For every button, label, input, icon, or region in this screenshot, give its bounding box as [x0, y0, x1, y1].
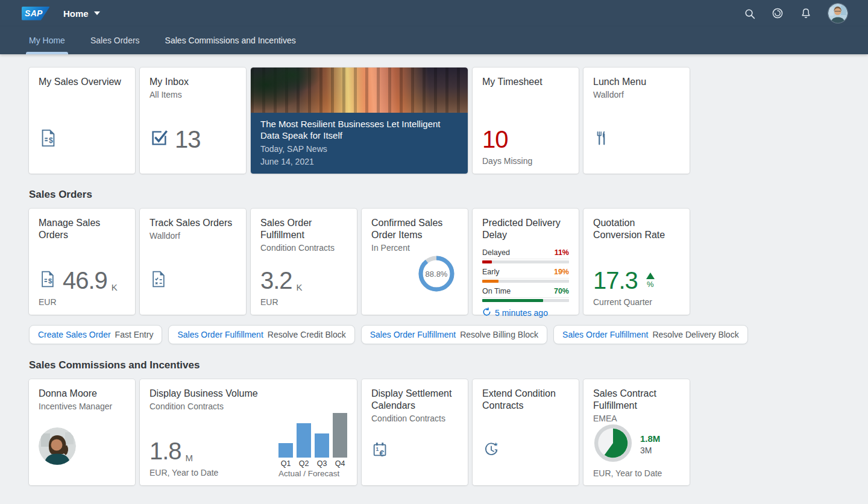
- search-icon[interactable]: [743, 7, 755, 19]
- tile-title: Track Sales Orders: [149, 217, 236, 229]
- svg-text:1: 1: [376, 446, 379, 452]
- inbox-check-icon: [149, 128, 169, 150]
- tile-news[interactable]: The Most Resilient Businesses Let Intell…: [251, 68, 468, 174]
- tile-lunch-menu[interactable]: Lunch Menu Walldorf: [583, 68, 690, 174]
- news-headline: The Most Resilient Businesses Let Intell…: [260, 118, 458, 142]
- kpi-unit: M: [186, 453, 193, 463]
- tab-my-home[interactable]: My Home: [29, 27, 65, 54]
- tile-title: Predicted Delivery Delay: [482, 217, 569, 241]
- tile-subtitle: Condition Contracts: [260, 243, 347, 253]
- kpi-unit: %: [647, 280, 654, 289]
- checklist-document-icon: [149, 270, 168, 291]
- tile-subtitle: Walldorf: [149, 231, 236, 241]
- tile-title: My Inbox: [149, 76, 236, 88]
- link-resolve-credit-block[interactable]: Sales Order Fulfillment Resolve Credit B…: [168, 325, 354, 344]
- svg-text:$: $: [49, 136, 53, 145]
- tile-donna-moore[interactable]: Donna Moore Incentives Manager: [29, 379, 135, 485]
- shell-title[interactable]: Home: [63, 8, 89, 19]
- tile-predicted-delivery-delay[interactable]: Predicted Delivery Delay Delayed 11% Ear…: [473, 209, 579, 315]
- bar-chart-caption: Actual / Forecast: [278, 469, 347, 478]
- tile-subtitle: EMEA: [593, 414, 680, 423]
- tile-title: My Timesheet: [482, 76, 569, 88]
- contact-avatar: [39, 427, 76, 465]
- tile-title: Sales Contract Fulfillment: [593, 388, 680, 412]
- trend-up-icon: [646, 272, 655, 279]
- sales-document-icon: $: [39, 270, 57, 291]
- contact-role: Incentives Manager: [39, 402, 125, 411]
- delivery-delay-bars: Delayed 11% Early 19% On Time 70%: [482, 244, 569, 302]
- home-tile-row: My Sales Overview $ My Inbox All Items 1…: [29, 68, 839, 174]
- kpi-unit: K: [297, 282, 303, 292]
- tile-confirmed-sales-order-items[interactable]: Confirmed Sales Order Items In Percent 8…: [362, 209, 468, 315]
- contract-actual-value: 1.8M: [640, 433, 660, 444]
- tab-sales-orders[interactable]: Sales Orders: [90, 27, 140, 54]
- quotation-rate-value: 17.3: [593, 268, 638, 292]
- bar-q3: [315, 433, 329, 458]
- section-header-sales-commissions: Sales Commissions and Incentives: [29, 359, 839, 371]
- tile-my-sales-overview[interactable]: My Sales Overview $: [29, 68, 135, 174]
- tile-footer: Current Quarter: [593, 297, 680, 307]
- tile-manage-sales-orders[interactable]: Manage Sales Orders $ 46.9 K EUR: [29, 209, 135, 315]
- news-text-panel: The Most Resilient Businesses Let Intell…: [251, 113, 468, 174]
- shell-bar: SAP Home: [0, 0, 868, 27]
- svg-text:$: $: [48, 277, 52, 285]
- news-date: June 14, 2021: [260, 156, 458, 168]
- tab-sales-commissions-and-incentives[interactable]: Sales Commissions and Incentives: [165, 27, 296, 54]
- tile-extend-condition-contracts[interactable]: Extend Condition Contracts ★: [473, 379, 579, 485]
- donut-percent-label: 88.8%: [426, 269, 448, 279]
- tile-title: Display Settlement Calendars: [371, 388, 458, 412]
- news-source: Today, SAP News: [260, 143, 458, 155]
- tile-subtitle: In Percent: [371, 243, 458, 253]
- chevron-down-icon[interactable]: [94, 11, 100, 15]
- tile-display-settlement-calendars[interactable]: Display Settlement Calendars Condition C…: [362, 379, 468, 485]
- tile-track-sales-orders[interactable]: Track Sales Orders Walldorf: [140, 209, 246, 315]
- tile-sales-contract-fulfillment[interactable]: Sales Contract Fulfillment EMEA 1.8M 3M …: [583, 379, 690, 485]
- user-avatar[interactable]: [828, 4, 848, 23]
- tile-my-inbox[interactable]: My Inbox All Items 13: [140, 68, 246, 174]
- contact-name: Donna Moore: [39, 388, 125, 400]
- refresh-timestamp[interactable]: 5 minutes ago: [482, 307, 569, 318]
- link-resolve-billing-block[interactable]: Sales Order Fulfillment Resolve Billing …: [361, 325, 547, 344]
- tile-my-timesheet[interactable]: My Timesheet 10 Days Missing: [473, 68, 579, 174]
- tile-subtitle: All Items: [149, 90, 236, 99]
- copilot-icon[interactable]: [772, 7, 784, 19]
- tile-title: Lunch Menu: [593, 76, 680, 88]
- delay-row-on-time: On Time 70%: [482, 287, 569, 302]
- bar-q4: [333, 413, 347, 458]
- sales-orders-quick-links: Create Sales Order Fast Entry Sales Orde…: [29, 325, 839, 344]
- commissions-tile-row: Donna Moore Incentives Manager: [29, 379, 839, 485]
- tile-footer: EUR, Year to Date: [593, 468, 680, 479]
- tile-display-business-volume[interactable]: Display Business Volume Condition Contra…: [140, 379, 357, 485]
- extend-time-icon: ★: [482, 441, 500, 461]
- tile-sales-order-fulfillment[interactable]: Sales Order Fulfillment Condition Contra…: [251, 209, 357, 315]
- refresh-icon: [482, 307, 491, 318]
- sales-document-icon: $: [39, 128, 58, 150]
- tile-title: Display Business Volume: [149, 388, 347, 400]
- tile-subtitle: Walldorf: [593, 90, 680, 99]
- tile-title: Extend Condition Contracts: [482, 388, 569, 412]
- svg-text:★: ★: [494, 441, 498, 447]
- bar-q2: [297, 423, 311, 458]
- link-create-sales-order-fast-entry[interactable]: Create Sales Order Fast Entry: [29, 325, 162, 344]
- confirmed-items-donut-chart: 88.8%: [371, 254, 458, 293]
- business-volume-bar-chart: Q1 Q2 Q3 Q4 Actual / Forecast: [278, 413, 347, 478]
- manage-sales-orders-value: 46.9: [63, 268, 107, 292]
- contract-fulfillment-pie-chart: [593, 423, 633, 465]
- tile-footer: EUR: [39, 297, 125, 307]
- link-resolve-delivery-block[interactable]: Sales Order Fulfillment Resolve Delivery…: [553, 325, 748, 344]
- svg-text:€: €: [380, 449, 385, 458]
- business-volume-value: 1.8: [149, 439, 181, 463]
- tile-title: My Sales Overview: [39, 76, 125, 88]
- notifications-bell-icon[interactable]: [800, 7, 812, 19]
- bar-chart-category-labels: Q1 Q2 Q3 Q4: [278, 459, 347, 468]
- news-image: [251, 68, 468, 113]
- tile-footer: EUR, Year to Date: [149, 468, 218, 478]
- tile-title: Manage Sales Orders: [39, 217, 125, 241]
- tile-quotation-conversion-rate[interactable]: Quotation Conversion Rate 17.3 % Current…: [583, 209, 690, 315]
- kpi-unit: K: [112, 282, 118, 292]
- bar-q1: [278, 443, 293, 458]
- shell-actions: [743, 4, 848, 23]
- sap-logo[interactable]: SAP: [22, 7, 50, 20]
- tile-footer: EUR: [260, 297, 347, 307]
- tile-title: Quotation Conversion Rate: [593, 217, 680, 241]
